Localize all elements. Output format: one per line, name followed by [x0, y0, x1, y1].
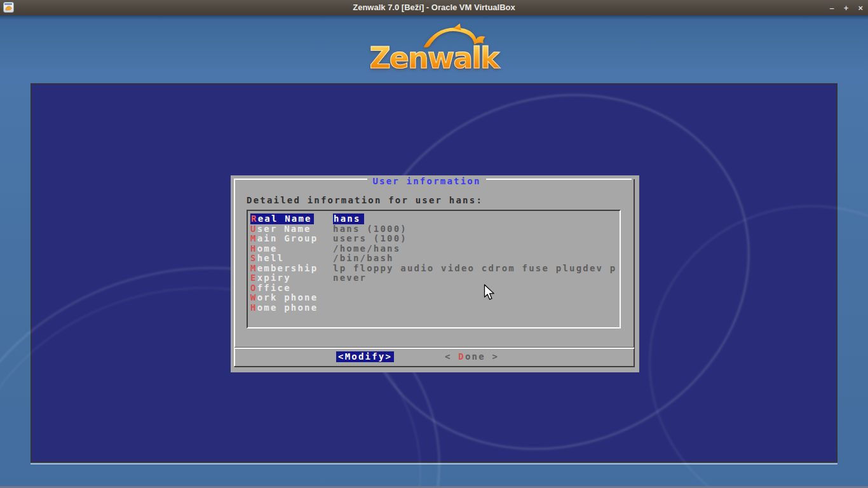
zenwalk-logo: Zenwalk: [0, 23, 868, 71]
window-titlebar: Zenwalk 7.0 [Beží] - Oracle VM VirtualBo…: [0, 0, 868, 15]
console-background-highlight: [31, 463, 837, 464]
user-fields-listbox: Real NamehansUser Namehans (1000)Main Gr…: [247, 210, 621, 329]
field-hotkey: O: [250, 283, 257, 293]
field-row[interactable]: Real Namehans: [250, 214, 620, 224]
field-value: /bin/bash: [333, 253, 394, 263]
dialog-border-bottom: [234, 366, 635, 367]
dialog-border-right: [634, 179, 635, 367]
field-value: hans: [333, 214, 364, 224]
field-row[interactable]: Home phone: [250, 303, 620, 313]
field-hotkey: U: [250, 224, 257, 234]
modify-button[interactable]: <Modify>: [336, 351, 394, 362]
dialog-border-left: [234, 179, 235, 366]
window-title: Zenwalk 7.0 [Beží] - Oracle VM VirtualBo…: [0, 0, 868, 15]
field-hotkey: E: [250, 273, 257, 283]
field-row[interactable]: User Namehans (1000): [250, 224, 620, 234]
window-controls: – + ×: [830, 0, 863, 15]
field-row[interactable]: Membershiplp floppy audio video cdrom fu…: [250, 264, 620, 274]
done-button[interactable]: < Done >: [445, 351, 499, 362]
field-row[interactable]: Office: [250, 283, 620, 294]
field-row[interactable]: Expirynever: [250, 273, 620, 283]
field-hotkey: S: [250, 253, 257, 263]
field-row[interactable]: Home/home/hans: [250, 244, 620, 254]
field-hotkey: M: [250, 233, 257, 243]
field-value: never: [333, 273, 367, 283]
close-icon[interactable]: ×: [858, 3, 863, 13]
field-value: users (100): [333, 233, 407, 243]
zenwalk-logo-text: Zenwalk: [369, 45, 498, 71]
dialog-button-row: <Modify> < Done >: [231, 351, 639, 362]
field-row[interactable]: Shell/bin/bash: [250, 254, 620, 264]
dolphin-icon: [409, 23, 504, 48]
field-value: lp floppy audio video cdrom fuse plugdev…: [333, 263, 616, 273]
field-hotkey: R: [251, 214, 258, 224]
dialog-title: User information: [231, 176, 623, 186]
field-row[interactable]: Work phone: [250, 293, 620, 303]
mouse-cursor-icon: [484, 284, 496, 302]
user-fields-list: Real NamehansUser Namehans (1000)Main Gr…: [248, 211, 620, 327]
field-value: /home/hans: [333, 243, 400, 254]
field-row[interactable]: Main Groupusers (100): [250, 234, 620, 244]
button-separator: [234, 347, 634, 349]
field-hotkey: H: [250, 243, 257, 254]
user-information-dialog: User information Detailed information fo…: [231, 175, 639, 372]
field-hotkey: W: [250, 292, 257, 302]
field-value: hans (1000): [333, 224, 407, 234]
minimize-icon[interactable]: –: [830, 3, 834, 13]
field-hotkey: H: [250, 302, 257, 313]
virtualbox-window: Zenwalk 7.0 [Beží] - Oracle VM VirtualBo…: [0, 0, 868, 488]
dialog-heading: Detailed information for user hans:: [247, 195, 483, 205]
maximize-icon[interactable]: +: [844, 3, 849, 13]
field-hotkey: M: [250, 263, 257, 273]
vm-display: Zenwalk User information Detailed inform…: [0, 15, 868, 488]
